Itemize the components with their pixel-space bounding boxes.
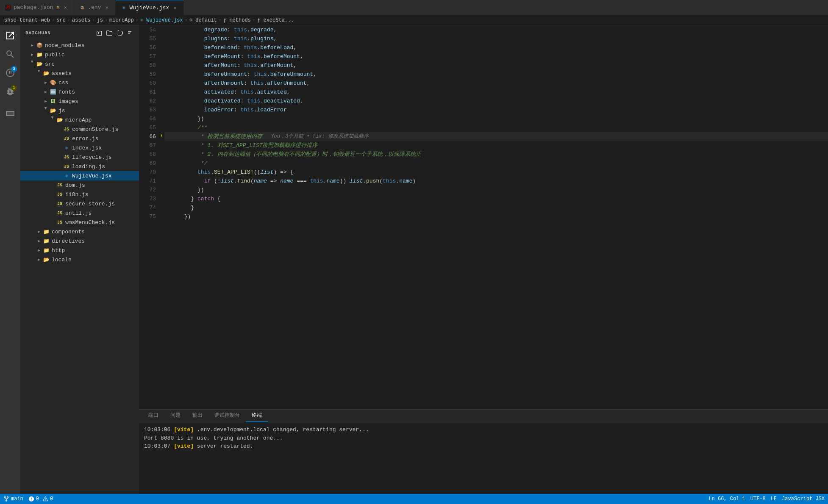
js-icon-wmsmenucheck: JS: [56, 220, 64, 225]
js-icon-dom: JS: [56, 183, 64, 188]
folder-directives-icon: 📁: [42, 238, 50, 244]
bottom-panel: 端口 问题 输出 调试控制台 终端: [139, 409, 828, 494]
tree-item-src[interactable]: ▶ 📂 src: [20, 59, 139, 69]
tree-item-directives[interactable]: ▶ 📁 directives: [20, 236, 139, 246]
panel-tab-debug-console[interactable]: 调试控制台: [208, 410, 246, 422]
tree-item-lifecycle[interactable]: JS lifecycle.js: [20, 152, 139, 162]
tab-label-env: .env: [88, 4, 101, 11]
code-line-60: afterUnmount: this.afterUnmount,: [164, 79, 828, 88]
folder-locale-icon: 📂: [42, 257, 50, 263]
tree-item-microapp[interactable]: ▶ 📂 microApp: [20, 115, 139, 125]
editor-area: 54 55 56 57 58 59 60 61 62 63 64 65 66 6…: [139, 25, 828, 494]
code-line-54: degrade: this.degrade,: [164, 25, 828, 34]
tab-close-wujievue[interactable]: ✕: [172, 4, 178, 11]
breadcrumb: shsc-tenant-web › src › assets › js › mi…: [0, 15, 828, 25]
tree-item-commonstore[interactable]: JS commonStore.js: [20, 125, 139, 134]
code-line-69: */: [164, 159, 828, 168]
refresh-button[interactable]: [115, 29, 124, 37]
tree-arrow-fonts: ▶: [42, 89, 49, 94]
code-editor[interactable]: 54 55 56 57 58 59 60 61 62 63 64 65 66 6…: [139, 25, 828, 409]
tree-item-i18n[interactable]: JS i18n.js: [20, 190, 139, 199]
warning-count: 0: [50, 496, 53, 502]
sidebar-actions: [95, 29, 134, 37]
tree-item-images[interactable]: ▶ 🖼 images: [20, 97, 139, 106]
tree-arrow-node-modules: ▶: [29, 43, 36, 48]
terminal-content[interactable]: 10:03:06 [vite] .env.development.local c…: [139, 422, 828, 494]
npm-icon: JS: [5, 5, 11, 11]
code-line-55: plugins: this.plugins,: [164, 34, 828, 43]
tree-item-components[interactable]: ▶ 📁 components: [20, 227, 139, 236]
tree-item-until[interactable]: JS until.js: [20, 208, 139, 218]
js-icon-secure-store: JS: [56, 201, 64, 207]
collapse-button[interactable]: [125, 29, 134, 37]
tab-close-package-json[interactable]: ✕: [62, 4, 69, 11]
tab-package-json[interactable]: JS package.json M ✕: [0, 0, 74, 15]
status-errors[interactable]: 0 0: [28, 496, 53, 502]
catch-keyword: catch: [197, 194, 214, 203]
panel-tab-terminal[interactable]: 终端: [246, 410, 268, 422]
tree-item-index-jsx[interactable]: ⚛ index.jsx: [20, 143, 139, 152]
tree-arrow-directives: ▶: [36, 238, 42, 244]
status-bar: main 0 0 Ln 66, Col 1 UTF-8 LF JavaScrip…: [0, 494, 828, 504]
js-icon-until: JS: [56, 210, 64, 216]
tree-arrow-http: ▶: [36, 248, 42, 253]
git-branch-icon: [3, 496, 9, 502]
status-eol[interactable]: LF: [771, 496, 777, 502]
npm-folder-icon: 📦: [36, 42, 43, 49]
panel-tab-output[interactable]: 输出: [186, 410, 208, 422]
panel-tab-problems[interactable]: 问题: [164, 410, 186, 422]
status-branch[interactable]: main: [3, 496, 23, 502]
react-icon: ⚛: [121, 5, 127, 11]
tree-arrow-locale: ▶: [36, 257, 42, 262]
folder-microapp-icon: 📂: [56, 117, 64, 123]
error-count: 0: [36, 496, 39, 502]
tree-arrow-src: ▶: [30, 61, 35, 67]
status-encoding[interactable]: UTF-8: [750, 496, 766, 502]
terminal-line-1: 10:03:06 [vite] .env.development.local c…: [144, 426, 823, 434]
tab-wujievue[interactable]: ⚛ WujieVue.jsx ✕: [116, 0, 184, 15]
tree-item-http[interactable]: ▶ 📁 http: [20, 246, 139, 255]
sidebar: BAICHUAN: [20, 25, 139, 494]
tab-modified-badge: M: [57, 5, 60, 10]
activity-docker[interactable]: [3, 106, 18, 121]
react-icon-index: ⚛: [63, 145, 70, 151]
lightbulb-icon[interactable]: 💡: [161, 133, 163, 142]
warning-icon: [42, 496, 48, 502]
tab-bar: JS package.json M ✕ ⚙ .env ✕ ⚛ WujieVue.…: [0, 0, 828, 15]
code-line-74: }: [164, 203, 828, 212]
tree-item-secure-store[interactable]: JS secure-store.js: [20, 199, 139, 208]
tree-item-public[interactable]: ▶ 📁 public: [20, 50, 139, 59]
tab-label-package-json: package.json: [14, 4, 53, 11]
branch-name: main: [11, 496, 23, 502]
new-folder-button[interactable]: [105, 29, 114, 37]
code-content[interactable]: degrade: this.degrade, plugins: this.plu…: [161, 25, 828, 409]
tree-item-css[interactable]: ▶ 🎨 css: [20, 78, 139, 87]
activity-git[interactable]: 3: [3, 65, 18, 80]
status-language[interactable]: JavaScript JSX: [782, 496, 825, 502]
tree-item-dom[interactable]: JS dom.js: [20, 180, 139, 190]
activity-debug[interactable]: 1: [3, 84, 18, 99]
terminal-line-3: 10:03:07 [vite] server restarted.: [144, 442, 823, 451]
env-icon: ⚙: [79, 5, 85, 11]
tree-item-locale[interactable]: ▶ 📂 locale: [20, 255, 139, 264]
tab-env[interactable]: ⚙ .env ✕: [74, 0, 116, 15]
activity-search[interactable]: [3, 47, 18, 62]
tree-arrow-images: ▶: [42, 99, 49, 104]
tree-item-fonts[interactable]: ▶ 🔤 fonts: [20, 87, 139, 97]
activity-explorer[interactable]: [3, 28, 18, 43]
tree-item-wujievue[interactable]: ⚛ WujieVue.jsx: [20, 171, 139, 180]
code-line-66: 💡 * 检测当前系统使用内存 You，3个月前 • fix: 修改系统加载顺序: [164, 132, 828, 141]
tree-item-js[interactable]: ▶ 📂 js: [20, 106, 139, 115]
new-file-button[interactable]: [95, 29, 103, 37]
react-icon-wujievue: ⚛: [63, 173, 70, 179]
tree-item-wmsmenucheck[interactable]: JS wmsMenuCheck.js: [20, 218, 139, 227]
status-line-col[interactable]: Ln 66, Col 1: [709, 496, 745, 502]
tab-close-env[interactable]: ✕: [103, 4, 110, 11]
tree-item-assets[interactable]: ▶ 📂 assets: [20, 69, 139, 78]
tree-item-loading[interactable]: JS loading.js: [20, 162, 139, 171]
tree-item-error[interactable]: JS error.js: [20, 134, 139, 143]
panel-tab-port[interactable]: 端口: [142, 410, 164, 422]
folder-components-icon: 📁: [42, 229, 50, 235]
js-icon-commonstore: JS: [63, 127, 70, 132]
tree-item-node-modules[interactable]: ▶ 📦 node_modules: [20, 41, 139, 50]
